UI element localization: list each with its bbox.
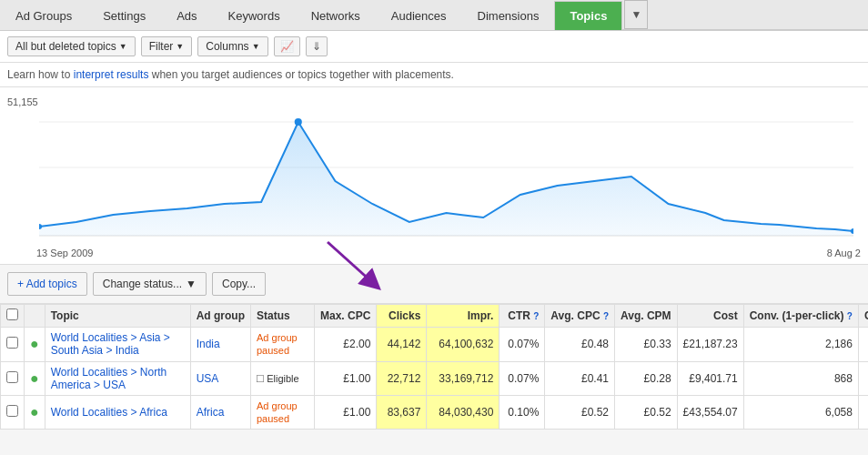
row-clicks: 44,142 — [377, 328, 427, 362]
th-max-cpc[interactable]: Max. CPC — [315, 305, 377, 328]
svg-point-4 — [295, 118, 302, 126]
row-dot-cell: ● — [25, 361, 45, 395]
columns-label: Columns — [206, 40, 248, 53]
eligible-icon: □ — [257, 371, 264, 385]
row-impr: 33,169,712 — [427, 361, 500, 395]
info-prefix: Learn how to — [7, 68, 74, 81]
th-status[interactable]: Status — [251, 305, 315, 328]
tab-settings[interactable]: Settings — [87, 1, 161, 30]
status-paused: Ad group paused — [257, 400, 298, 424]
row-topic: World Localities > North America > USA — [45, 361, 190, 395]
th-ad-group[interactable]: Ad group — [190, 305, 250, 328]
row-avg-cpm: £0.33 — [615, 328, 678, 362]
th-topic[interactable]: Topic — [45, 305, 190, 328]
more-tabs-dropdown[interactable]: ▼ — [624, 0, 648, 29]
row-ad-group: USA — [190, 361, 250, 395]
row-conv-1per-click: 2,186 — [743, 328, 858, 362]
tab-topics[interactable]: Topics — [554, 1, 622, 30]
svg-line-8 — [328, 242, 373, 283]
row-avg-cpc: £0.52 — [545, 395, 615, 430]
tab-keywords[interactable]: Keywords — [213, 1, 296, 30]
th-clicks[interactable]: Clicks — [377, 305, 427, 328]
table-row: ● World Localities > North America > USA… — [1, 361, 869, 395]
status-dot: ● — [30, 336, 39, 351]
columns-arrow: ▼ — [252, 42, 260, 51]
row-checkbox[interactable] — [6, 371, 18, 383]
chart-view-button[interactable]: 📈 — [274, 36, 300, 56]
topics-table: Topic Ad group Status Max. CPC Clicks Im… — [0, 304, 868, 430]
filter-arrow: ▼ — [176, 42, 184, 51]
select-all-checkbox[interactable] — [6, 308, 18, 320]
tab-audiences[interactable]: Audiences — [376, 1, 462, 30]
chart-y-max: 51,155 — [7, 96, 38, 107]
row-cost-conv: £9.69 — [858, 328, 868, 362]
ad-group-link[interactable]: USA — [197, 372, 219, 385]
tab-ad-groups[interactable]: Ad Groups — [0, 1, 87, 30]
row-checkbox[interactable] — [6, 405, 18, 417]
avgcpc-help-icon[interactable]: ? — [603, 311, 609, 321]
row-cost: £9,401.71 — [677, 361, 743, 395]
th-avg-cpc[interactable]: Avg. CPC ? — [545, 305, 615, 328]
add-topics-button[interactable]: + Add topics — [7, 272, 87, 296]
change-status-arrow: ▼ — [186, 278, 197, 290]
th-avg-cpm[interactable]: Avg. CPM — [615, 305, 678, 328]
th-conv-1per-click: Conv. (1-per-click) ? — [743, 305, 858, 328]
table-body: ● World Localities > Asia > South Asia >… — [1, 328, 869, 430]
filter-label: Filter — [149, 40, 174, 53]
topics-filter-arrow: ▼ — [119, 42, 127, 51]
ctr-help-icon[interactable]: ? — [533, 311, 539, 321]
conv1-help-icon[interactable]: ? — [847, 311, 853, 321]
row-cost-conv: £10.83 — [858, 361, 868, 395]
change-status-button[interactable]: Change status... ▼ — [93, 272, 207, 296]
columns-button[interactable]: Columns ▼ — [197, 36, 267, 56]
ad-group-link[interactable]: Africa — [197, 406, 225, 419]
status-paused: Ad group paused — [257, 332, 298, 356]
row-clicks: 22,712 — [377, 361, 427, 395]
row-topic: World Localities > Africa — [45, 395, 190, 430]
row-cost: £21,187.23 — [677, 328, 743, 362]
download-button[interactable]: ⇓ — [306, 36, 328, 56]
copy-button[interactable]: Copy... — [212, 272, 266, 296]
tab-networks[interactable]: Networks — [296, 1, 376, 30]
row-avg-cpm: £0.28 — [615, 361, 678, 395]
row-ctr: 0.10% — [500, 395, 545, 430]
th-cost[interactable]: Cost — [677, 305, 743, 328]
row-avg-cpm: £0.52 — [615, 395, 678, 430]
topic-link[interactable]: World Localities > North America > USA — [51, 366, 167, 391]
topic-link[interactable]: World Localities > Africa — [51, 406, 167, 419]
status-dot: ● — [30, 404, 39, 420]
row-dot-cell: ● — [25, 395, 45, 430]
row-checkbox-cell — [1, 395, 25, 430]
row-ctr: 0.07% — [500, 328, 545, 362]
row-checkbox[interactable] — [6, 337, 18, 349]
row-cost-conv: £7.19 — [858, 395, 868, 430]
th-cost-conv: Cost / conv. (1-per-click) ? — [858, 305, 868, 328]
interpret-results-link[interactable]: interpret results — [74, 68, 149, 81]
row-max-cpc: £1.00 — [315, 361, 377, 395]
topics-filter-button[interactable]: All but deleted topics ▼ — [7, 36, 136, 56]
row-max-cpc: £1.00 — [315, 395, 377, 430]
topics-filter-label: All but deleted topics — [15, 40, 116, 53]
tab-dimensions[interactable]: Dimensions — [462, 1, 555, 30]
table-row: ● World Localities > Asia > South Asia >… — [1, 328, 869, 362]
filter-button[interactable]: Filter ▼ — [141, 36, 193, 56]
row-topic: World Localities > Asia > South Asia > I… — [45, 328, 190, 362]
row-conv-1per-click: 868 — [743, 361, 858, 395]
row-ad-group: Africa — [190, 395, 250, 430]
ad-group-link[interactable]: India — [197, 338, 220, 350]
tab-ads[interactable]: Ads — [161, 1, 212, 30]
row-status: Ad group paused — [251, 328, 315, 362]
purple-arrow-annotation — [318, 238, 391, 295]
status-dot: ● — [30, 370, 39, 386]
action-bar: + Add topics Change status... ▼ Copy... — [0, 265, 868, 304]
line-chart — [39, 95, 853, 240]
chart-area: 51,155 13 Sep 2009 8 Aug 2 — [0, 87, 868, 265]
status-eligible: Eligible — [267, 373, 298, 384]
th-impr[interactable]: Impr. — [427, 305, 500, 328]
th-status-dot — [25, 305, 45, 328]
th-ctr[interactable]: CTR ? — [500, 305, 545, 328]
row-max-cpc: £2.00 — [315, 328, 377, 362]
row-impr: 84,030,430 — [427, 395, 500, 430]
row-clicks: 83,637 — [377, 395, 427, 430]
topic-link[interactable]: World Localities > Asia > South Asia > I… — [51, 331, 170, 357]
